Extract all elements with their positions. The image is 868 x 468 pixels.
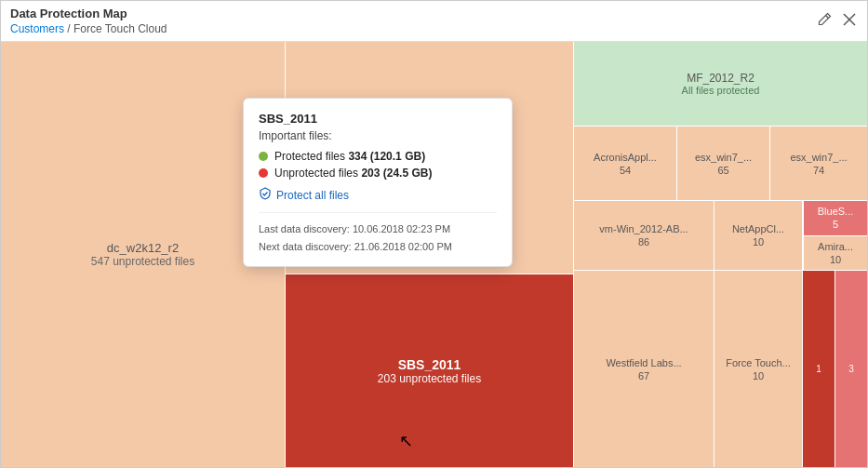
cell-esx2-count: 74: [813, 165, 824, 176]
tooltip-protected-size: (120.1 GB): [370, 150, 425, 163]
close-button[interactable]: [841, 10, 858, 33]
right-row-2: vm-Win_2012-AB... 86 NetAppCl... 10 Blue…: [574, 200, 867, 270]
tooltip-protected-text: Protected files 334 (120.1 GB): [274, 150, 425, 163]
tooltip-divider: [259, 212, 497, 213]
breadcrumb-current: Force Touch Cloud: [73, 22, 167, 35]
blues-amira-stack: BlueS... 5 Amira... 10: [802, 201, 867, 270]
cell-dc-name: dc_w2k12_r2: [107, 241, 179, 255]
cell-acronis-name: AcronisAppl...: [594, 152, 657, 163]
cell-vmwin-name: vm-Win_2012-AB...: [599, 223, 688, 234]
tooltip-unprotected-size: (24.5 GB): [383, 167, 433, 180]
cell-westfield-count: 67: [638, 370, 649, 381]
cell-forcetou[interactable]: Force Touch... 10: [714, 271, 802, 467]
cell-netapp-name: NetAppCl...: [732, 223, 784, 234]
breadcrumb-separator: /: [64, 22, 73, 35]
map-area: dc_w2k12_r2 547 unprotected files SBS_20…: [1, 42, 867, 467]
title-bar: Data Protection Map Customers / Force To…: [1, 1, 867, 42]
cell-mf-name: MF_2012_R2: [687, 72, 754, 85]
right-row-3: Westfield Labs... 67 Force Touch... 10 1…: [574, 270, 867, 467]
breadcrumb-link[interactable]: Customers: [10, 22, 64, 35]
cell-vmwin[interactable]: vm-Win_2012-AB... 86: [574, 201, 714, 270]
protect-all-text: Protect all files: [276, 189, 349, 202]
cell-sbs-sub: 203 unprotected files: [378, 372, 481, 385]
cell-sbs[interactable]: SBS_2011 203 unprotected files: [286, 274, 573, 467]
cell-acronis-count: 54: [620, 165, 631, 176]
cell-forcetou-count: 10: [753, 370, 764, 381]
cell-amira-name: Amira...: [818, 241, 853, 252]
window: Data Protection Map Customers / Force To…: [0, 0, 868, 468]
cell-blues-count: 5: [833, 219, 838, 230]
breadcrumb: Customers / Force Touch Cloud: [10, 22, 167, 35]
cell-small1[interactable]: 1: [802, 271, 835, 467]
cell-esx1-name: esx_win7_...: [695, 152, 752, 163]
tooltip-popup: SBS_2011 Important files: Protected file…: [243, 98, 513, 267]
cell-esx1-count: 65: [717, 165, 728, 176]
cell-amira[interactable]: Amira... 10: [803, 235, 867, 271]
cell-small2-count: 3: [848, 364, 854, 374]
right-row-1: AcronisAppl... 54 esx_win7_... 65 esx_wi…: [574, 126, 867, 200]
tooltip-unprotected-count: 203: [361, 167, 380, 180]
protected-dot: [259, 152, 268, 161]
cell-esx2-name: esx_win7_...: [790, 152, 847, 163]
tooltip-unprotected-item: Unprotected files 203 (24.5 GB): [259, 167, 497, 180]
cell-mf[interactable]: MF_2012_R2 All files protected: [574, 42, 867, 126]
tooltip-subtitle: Important files:: [259, 129, 497, 142]
cell-esx2[interactable]: esx_win7_... 74: [769, 127, 867, 200]
cell-forcetou-name: Force Touch...: [726, 357, 791, 368]
cell-amira-count: 10: [830, 254, 841, 265]
window-title: Data Protection Map: [10, 7, 167, 20]
shield-icon: [259, 187, 272, 203]
tooltip-last-discovery: Last data discovery: 10.06.2018 02:23 PM…: [259, 221, 497, 255]
unprotected-dot: [259, 168, 268, 178]
title-bar-actions: [815, 10, 858, 33]
cell-sbs-name: SBS_2011: [398, 357, 461, 372]
tooltip-protected-item: Protected files 334 (120.1 GB): [259, 150, 497, 163]
tooltip-title: SBS_2011: [259, 112, 497, 126]
title-bar-left: Data Protection Map Customers / Force To…: [10, 7, 167, 35]
cell-westfield[interactable]: Westfield Labs... 67: [574, 271, 714, 467]
cell-small2[interactable]: 3: [835, 271, 867, 467]
cell-netapp-count: 10: [753, 236, 764, 247]
cell-dc-sub: 547 unprotected files: [91, 255, 194, 268]
cell-esx1[interactable]: esx_win7_... 65: [676, 127, 769, 200]
cell-mf-sub: All files protected: [682, 85, 760, 96]
cell-small1-count: 1: [816, 364, 821, 374]
cell-netapp[interactable]: NetAppCl... 10: [714, 201, 802, 270]
right-column: MF_2012_R2 All files protected AcronisAp…: [573, 42, 867, 467]
cell-blues[interactable]: BlueS... 5: [803, 201, 867, 235]
cell-acronis[interactable]: AcronisAppl... 54: [574, 127, 676, 200]
tooltip-protected-count: 334: [348, 150, 367, 163]
cell-vmwin-count: 86: [638, 236, 649, 247]
tooltip-unprotected-text: Unprotected files 203 (24.5 GB): [274, 167, 432, 180]
protect-all-link[interactable]: Protect all files: [259, 187, 497, 203]
cell-blues-name: BlueS...: [818, 206, 854, 217]
edit-button[interactable]: [815, 10, 834, 33]
cell-westfield-name: Westfield Labs...: [606, 357, 681, 368]
